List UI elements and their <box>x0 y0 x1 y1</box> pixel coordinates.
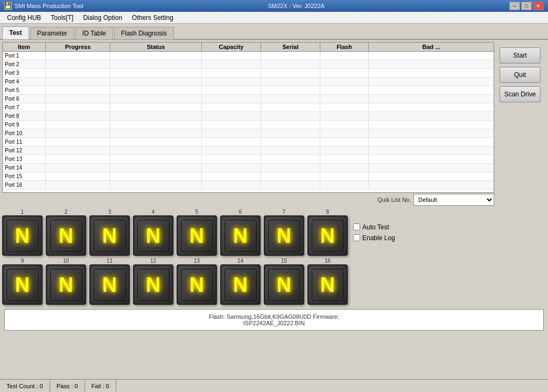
port-serial <box>261 121 320 129</box>
port-serial <box>261 129 320 137</box>
tab-id-table[interactable]: ID Table <box>75 27 113 39</box>
port-button-8[interactable]: N <box>307 215 348 256</box>
port-capacity <box>202 112 261 120</box>
port-btn-container: 15 N <box>264 258 304 305</box>
port-status <box>110 78 202 86</box>
port-button-1[interactable]: N <box>2 215 43 256</box>
port-number: 14 <box>237 258 243 264</box>
port-number: 8 <box>326 209 329 215</box>
app-title: SMI Mass Production Tool <box>15 3 83 9</box>
quit-button[interactable]: Quit <box>500 67 540 83</box>
port-letter: N <box>233 275 248 295</box>
port-letter: N <box>15 275 30 295</box>
port-btn-inner: N <box>268 269 300 301</box>
port-name: Port 7 <box>3 103 46 111</box>
port-name: Port 11 <box>3 138 46 146</box>
menu-bar: Config HUB Tools[T] Dialog Option Others… <box>0 12 548 24</box>
port-flash <box>320 60 369 68</box>
port-letter: N <box>59 275 73 295</box>
port-serial <box>261 60 320 68</box>
port-flash <box>320 138 369 146</box>
port-number: 9 <box>21 258 24 264</box>
header-bad: Bad ... <box>369 43 494 51</box>
port-flash <box>320 181 369 189</box>
port-button-11[interactable]: N <box>89 264 130 305</box>
port-row-2: 9 N 10 N 11 N 12 <box>2 258 546 305</box>
menu-config-hub[interactable]: Config HUB <box>2 12 46 23</box>
port-name: Port 8 <box>3 112 46 120</box>
auto-test-checkbox[interactable] <box>353 223 360 230</box>
port-capacity <box>202 69 261 77</box>
port-serial <box>261 86 320 94</box>
port-button-12[interactable]: N <box>133 264 173 305</box>
maximize-button[interactable]: □ <box>521 2 532 10</box>
port-serial <box>261 155 320 163</box>
port-button-15[interactable]: N <box>264 264 304 305</box>
port-bad <box>369 181 494 189</box>
port-btn-container: 7 N <box>264 209 304 256</box>
header-capacity: Capacity <box>202 43 261 51</box>
port-serial <box>261 69 320 77</box>
port-btn-container: 1 N <box>2 209 43 256</box>
table-row: Port 4 <box>3 78 494 86</box>
port-btn-container: 9 N <box>2 258 43 305</box>
port-status <box>110 129 202 137</box>
port-letter: N <box>102 275 117 295</box>
port-letter: N <box>102 226 117 246</box>
port-button-6[interactable]: N <box>220 215 261 256</box>
header-serial: Serial <box>261 43 320 51</box>
info-line2: ISP2242AE_J0222.BIN <box>209 320 339 326</box>
tab-test[interactable]: Test <box>2 26 29 39</box>
port-capacity <box>202 103 261 111</box>
port-btn-container: 4 N <box>133 209 173 256</box>
port-number: 4 <box>152 209 155 215</box>
port-capacity <box>202 60 261 68</box>
port-status <box>110 172 202 180</box>
minimize-button[interactable]: ─ <box>509 2 520 10</box>
port-bad <box>369 164 494 172</box>
port-number: 7 <box>283 209 286 215</box>
port-capacity <box>202 52 261 60</box>
close-button[interactable]: ✕ <box>533 2 544 10</box>
scan-drive-button[interactable]: Scan Drive <box>500 86 540 102</box>
port-button-16[interactable]: N <box>307 264 348 305</box>
port-button-14[interactable]: N <box>220 264 261 305</box>
menu-tools[interactable]: Tools[T] <box>46 12 78 23</box>
port-button-7[interactable]: N <box>264 215 304 256</box>
table-row: Port 10 <box>3 129 494 138</box>
port-btn-inner: N <box>181 269 213 301</box>
start-button[interactable]: Start <box>500 47 540 64</box>
enable-log-checkbox[interactable] <box>353 234 360 241</box>
table-row: Port 13 <box>3 155 494 164</box>
quick-list-label: Quik List No. <box>377 197 411 203</box>
port-button-3[interactable]: N <box>89 215 130 256</box>
port-capacity <box>202 181 261 189</box>
port-progress <box>46 155 110 163</box>
port-btn-container: 6 N <box>220 209 261 256</box>
port-capacity <box>202 121 261 129</box>
tab-parameter[interactable]: Parameter <box>30 27 74 39</box>
port-grid: 1 N 2 N 3 N 4 N <box>2 207 546 307</box>
port-letter: N <box>233 226 248 246</box>
title-bar: 💾 SMI Mass Production Tool SM22X - Ver. … <box>0 0 548 12</box>
port-name: Port 15 <box>3 172 46 180</box>
tab-flash-diagnosis[interactable]: Flash Diagnosis <box>114 27 174 39</box>
port-btn-inner: N <box>224 220 257 252</box>
port-button-4[interactable]: N <box>133 215 173 256</box>
port-number: 16 <box>325 258 331 264</box>
status-extra <box>116 380 548 392</box>
header-flash: Flash <box>320 43 369 51</box>
port-table: Item Progress Status Capacity Serial Fla… <box>2 42 494 193</box>
quick-list-select[interactable]: Default <box>413 194 494 206</box>
port-letter: N <box>59 226 73 246</box>
port-button-2[interactable]: N <box>46 215 86 256</box>
table-row: Port 15 <box>3 172 494 181</box>
info-bar: Flash: Samsung,16Gbit,K9GAG08U0D Firmwar… <box>4 309 544 331</box>
menu-dialog-option[interactable]: Dialog Option <box>78 12 127 23</box>
port-button-5[interactable]: N <box>177 215 217 256</box>
port-button-13[interactable]: N <box>177 264 217 305</box>
port-button-10[interactable]: N <box>46 264 86 305</box>
port-name: Port 13 <box>3 155 46 163</box>
menu-others-setting[interactable]: Others Setting <box>127 12 178 23</box>
port-button-9[interactable]: N <box>2 264 43 305</box>
